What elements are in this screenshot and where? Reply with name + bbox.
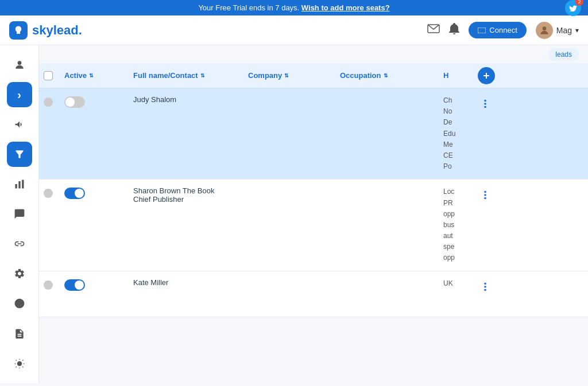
row-2-h-values: LocPRoppbusautspeopp (443, 186, 478, 263)
col-header-check[interactable] (44, 71, 64, 80)
connect-button[interactable]: Connect (469, 22, 526, 38)
row-2-name-text: Sharon Brown The BookChief Publisher (133, 186, 214, 204)
row-1-toggle-track[interactable] (64, 96, 85, 108)
row-1-active[interactable] (64, 95, 133, 108)
row-2-action-button[interactable] (478, 188, 493, 205)
svg-point-14 (484, 282, 486, 284)
sidebar-item-filter[interactable] (7, 142, 32, 167)
row-3-name-text: Kate Miller (133, 278, 168, 287)
svg-point-7 (17, 361, 21, 366)
sidebar-item-document[interactable] (7, 321, 32, 346)
row-1-h-values: ChNoDeEduMeCEPo (443, 95, 478, 172)
row-1-h: ChNoDeEduMeCEPo (443, 95, 478, 172)
dropdown-icon[interactable]: ▾ (575, 26, 579, 34)
svg-rect-4 (15, 184, 17, 189)
svg-rect-5 (18, 181, 20, 189)
row-3-check[interactable] (44, 278, 64, 290)
sidebar-item-settings[interactable] (7, 261, 32, 286)
header: skylead. Connect (0, 15, 588, 45)
col-header-action (478, 67, 506, 84)
row-2-toggle[interactable] (64, 188, 85, 199)
svg-point-15 (484, 286, 486, 288)
table-header: Active ⇅ Full name/Contact ⇅ Company ⇅ O… (39, 63, 588, 88)
sidebar-item-chart[interactable] (7, 171, 32, 197)
user-menu[interactable]: Mag ▾ (536, 22, 579, 39)
top-banner: Your Free Trial ends in 7 days. Wish to … (0, 0, 588, 15)
add-column-button[interactable] (478, 67, 495, 84)
row-1-action[interactable] (478, 95, 506, 114)
sidebar-item-rocket[interactable] (7, 291, 32, 316)
table-row: Kate Miller UK (39, 271, 588, 317)
row-3-toggle[interactable] (64, 279, 85, 291)
twitter-badge-count: 2 (575, 0, 583, 6)
svg-rect-6 (22, 180, 24, 189)
main-layout: › (0, 45, 588, 383)
leads-badge: leads (548, 48, 579, 61)
sort-active-icon[interactable]: ⇅ (89, 73, 94, 79)
row-3-active[interactable] (64, 278, 133, 291)
row-3-h-values: UK (443, 278, 478, 289)
row-2-check[interactable] (44, 186, 64, 198)
user-name: Mag (556, 26, 572, 35)
select-all-checkbox[interactable] (44, 71, 53, 80)
svg-point-3 (17, 61, 21, 65)
banner-text: Your Free Trial ends in 7 days. (198, 3, 299, 12)
row-1-action-button[interactable] (478, 96, 493, 114)
table-row: Judy Shalom ChNoDeEduMeCEPo (39, 88, 588, 180)
bell-icon[interactable] (449, 23, 459, 37)
row-2-name: Sharon Brown The BookChief Publisher (133, 186, 248, 204)
row-3-toggle-track[interactable] (64, 279, 85, 291)
row-1-check[interactable] (44, 95, 64, 107)
svg-rect-1 (478, 28, 486, 33)
logo-text: skylead. (32, 23, 82, 38)
avatar (536, 22, 553, 39)
row-1-radio[interactable] (44, 98, 53, 107)
sort-fullname-icon[interactable]: ⇅ (200, 73, 205, 79)
row-2-toggle-track[interactable] (64, 188, 85, 199)
row-3-name: Kate Miller (133, 278, 248, 287)
row-2-radio[interactable] (44, 189, 53, 198)
leads-label: leads (39, 45, 588, 63)
row-1-toggle[interactable] (64, 96, 85, 108)
sort-company-icon[interactable]: ⇅ (284, 73, 289, 79)
svg-point-2 (542, 26, 546, 30)
col-header-occupation[interactable]: Occupation ⇅ (340, 71, 443, 80)
row-1-name: Judy Shalom (133, 95, 248, 104)
table-row: Sharon Brown The BookChief Publisher Loc… (39, 180, 588, 271)
sidebar-item-sun[interactable] (7, 351, 32, 376)
banner-cta[interactable]: Wish to add more seats? (301, 3, 390, 12)
row-2-h: LocPRoppbusautspeopp (443, 186, 478, 263)
sidebar-item-link[interactable] (7, 231, 32, 256)
col-fullname-label: Full name/Contact (133, 71, 198, 80)
row-2-active[interactable] (64, 186, 133, 199)
svg-point-10 (484, 106, 486, 108)
col-header-fullname[interactable]: Full name/Contact ⇅ (133, 71, 248, 80)
row-2-action[interactable] (478, 186, 506, 205)
mail-icon[interactable] (427, 24, 440, 36)
sidebar: › (0, 45, 39, 383)
sidebar-item-profile[interactable] (7, 52, 32, 77)
row-3-radio[interactable] (44, 280, 53, 290)
header-actions: Connect Mag ▾ (427, 22, 579, 39)
content-area: leads Active ⇅ Full name/Contact ⇅ Compa… (39, 45, 588, 383)
sidebar-item-chat[interactable] (7, 201, 32, 227)
col-occupation-label: Occupation (340, 71, 381, 80)
col-header-company[interactable]: Company ⇅ (248, 71, 340, 80)
col-header-active[interactable]: Active ⇅ (64, 71, 133, 80)
svg-point-11 (484, 191, 486, 193)
connect-label: Connect (489, 26, 517, 34)
sidebar-item-nav[interactable]: › (7, 82, 32, 107)
row-3-h: UK (443, 278, 478, 289)
sidebar-item-campaign[interactable] (7, 112, 32, 137)
logo-icon (9, 21, 28, 40)
svg-point-12 (484, 194, 486, 196)
sort-occupation-icon[interactable]: ⇅ (384, 73, 388, 79)
row-3-action-button[interactable] (478, 279, 493, 297)
col-h-label: H (443, 71, 448, 80)
svg-point-8 (484, 100, 486, 102)
svg-point-16 (484, 288, 486, 291)
col-header-h[interactable]: H (443, 71, 478, 80)
row-3-action[interactable] (478, 278, 506, 297)
twitter-badge[interactable]: 2 (565, 0, 581, 16)
col-active-label: Active (64, 71, 87, 80)
